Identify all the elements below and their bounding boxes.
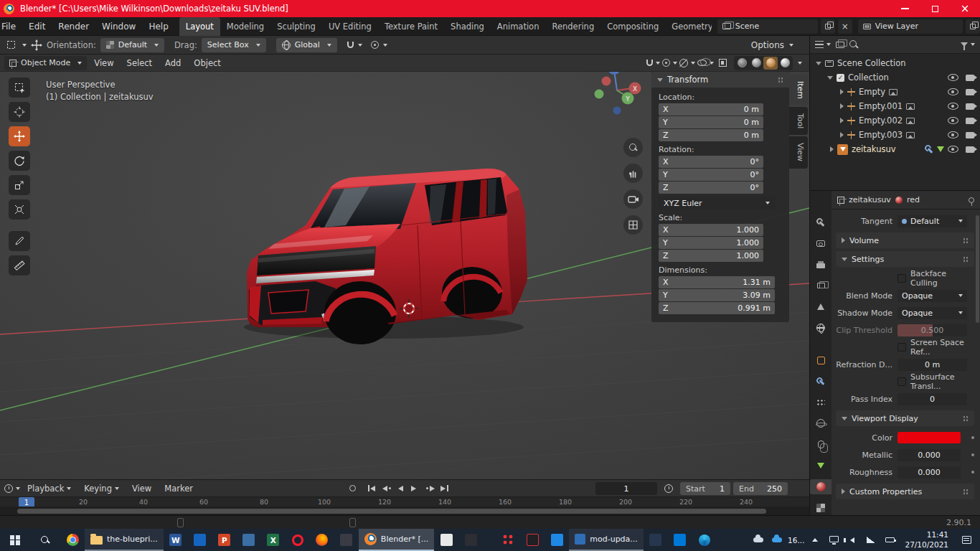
- expand-icon[interactable]: [840, 132, 844, 138]
- tab-modeling[interactable]: Modeling: [220, 17, 270, 36]
- location-z-field[interactable]: Z0 m: [659, 129, 763, 141]
- settings-section-header[interactable]: Settings: [836, 251, 974, 267]
- maximize-button[interactable]: [920, 0, 950, 17]
- dimensions-z-field[interactable]: Z0.991 m: [659, 302, 775, 314]
- suv-model[interactable]: [244, 169, 527, 344]
- roughness-field[interactable]: 0.000: [897, 466, 961, 479]
- playhead[interactable]: 1: [19, 497, 34, 507]
- properties-scrollbar[interactable]: [976, 215, 979, 323]
- taskbar-app-dark-1[interactable]: [334, 529, 359, 551]
- collection-checkbox[interactable]: ✓: [837, 74, 844, 82]
- shading-rendered-button[interactable]: [778, 57, 792, 70]
- tab-tool[interactable]: [810, 215, 831, 230]
- dimensions-x-field[interactable]: X1.31 m: [659, 276, 775, 288]
- rotate-tool[interactable]: [9, 151, 30, 171]
- taskbar-window-mod-updater[interactable]: mod-upda...: [569, 529, 644, 551]
- taskbar-excel[interactable]: X: [261, 529, 286, 551]
- taskbar-chrome[interactable]: [60, 529, 85, 551]
- outliner-row-collection[interactable]: ✓ Collection: [810, 70, 980, 85]
- tab-object-data[interactable]: [810, 458, 831, 473]
- minimize-button[interactable]: [890, 0, 920, 17]
- close-button[interactable]: ×: [950, 0, 980, 17]
- scale-z-field[interactable]: Z1.000: [659, 250, 763, 262]
- taskbar-app-blue-1[interactable]: [188, 529, 212, 551]
- onedrive-icon[interactable]: [750, 529, 766, 551]
- proportional-header-toggle[interactable]: [662, 59, 677, 67]
- pin-icon[interactable]: [969, 197, 974, 203]
- tab-texture[interactable]: [810, 501, 831, 515]
- tab-render[interactable]: [810, 236, 831, 250]
- taskbar-powerpoint[interactable]: P: [212, 529, 237, 551]
- snap-header-toggle[interactable]: [646, 60, 660, 66]
- onedrive-blue-icon[interactable]: [769, 529, 785, 551]
- tab-output[interactable]: [810, 258, 831, 272]
- camera-view-button[interactable]: [623, 189, 643, 209]
- tab-object[interactable]: [810, 353, 831, 367]
- transform-tool[interactable]: [9, 199, 30, 220]
- timeline-scrollbar[interactable]: [0, 507, 809, 515]
- play-reverse-button[interactable]: [395, 482, 406, 495]
- color-swatch[interactable]: [897, 432, 961, 443]
- camera-icon[interactable]: [966, 103, 974, 110]
- network-icon[interactable]: [863, 529, 879, 551]
- menu-render[interactable]: Render: [52, 17, 95, 36]
- jump-to-end-button[interactable]: [438, 482, 452, 495]
- taskbar-app-dark-3[interactable]: [520, 529, 545, 551]
- shading-material-button[interactable]: [763, 57, 778, 70]
- expand-icon[interactable]: [840, 103, 844, 109]
- orientation-dropdown[interactable]: Default: [100, 38, 164, 52]
- taskbar-notepad[interactable]: [434, 529, 458, 551]
- refraction-field[interactable]: 0 m: [897, 359, 967, 371]
- modifier-icon[interactable]: [925, 145, 933, 154]
- expand-icon[interactable]: [827, 76, 833, 80]
- tab-world[interactable]: [810, 321, 831, 335]
- clip-threshold-slider[interactable]: 0.500: [897, 324, 967, 336]
- taskbar-window-blender[interactable]: Blender* [...: [359, 529, 434, 551]
- shadow-mode-dropdown[interactable]: Opaque: [897, 307, 967, 319]
- volume-section-header[interactable]: Volume: [836, 232, 974, 248]
- menu-edit[interactable]: Edit: [22, 17, 52, 36]
- menu-select[interactable]: Select: [121, 55, 158, 72]
- scale-tool[interactable]: [9, 175, 30, 195]
- animate-dot-icon[interactable]: [971, 436, 974, 439]
- move-tool[interactable]: [9, 126, 30, 146]
- expand-icon[interactable]: [830, 146, 834, 152]
- new-view-layer-button[interactable]: [966, 19, 980, 34]
- unlink-scene-button[interactable]: ×: [838, 19, 852, 34]
- tab-view-layer[interactable]: [810, 278, 831, 293]
- n-tab-item[interactable]: Item: [789, 75, 808, 105]
- menu-view[interactable]: View: [88, 55, 119, 72]
- transform-panel-header[interactable]: Transform: [651, 72, 789, 88]
- eye-icon[interactable]: [948, 74, 958, 81]
- scrollbar-thumb[interactable]: [17, 509, 766, 514]
- taskbar-app-blue-3[interactable]: [545, 529, 569, 551]
- jump-to-start-button[interactable]: [364, 482, 378, 495]
- expand-icon[interactable]: [840, 89, 844, 95]
- taskbar-word[interactable]: W: [164, 529, 188, 551]
- tab-sculpting[interactable]: Sculpting: [270, 17, 322, 36]
- tab-modifiers[interactable]: [810, 374, 831, 388]
- menu-marker[interactable]: Marker: [159, 484, 199, 494]
- rotation-mode-dropdown[interactable]: XYZ Euler: [659, 197, 775, 209]
- rotation-y-field[interactable]: Y0°: [659, 169, 763, 181]
- expand-icon[interactable]: [816, 62, 821, 65]
- display-tray-icon[interactable]: [826, 529, 842, 551]
- viewport-3d[interactable]: Z X Y Object Mode View Select Add Object: [0, 55, 809, 479]
- blend-mode-dropdown[interactable]: Opaque: [897, 290, 967, 302]
- rotation-z-field[interactable]: Z0°: [659, 182, 763, 194]
- cursor-tool[interactable]: [9, 102, 30, 122]
- end-frame-field[interactable]: End250: [733, 482, 788, 495]
- tray-text[interactable]: 16...: [788, 536, 804, 545]
- backface-culling-checkbox[interactable]: [897, 274, 906, 283]
- scale-y-field[interactable]: Y1.000: [659, 237, 763, 249]
- menu-view-timeline[interactable]: View: [126, 484, 157, 494]
- outliner-row-empty-001[interactable]: Empty.001: [810, 99, 980, 113]
- camera-icon[interactable]: [966, 132, 974, 138]
- tab-geometry-nodes[interactable]: Geometry Nodes: [665, 17, 711, 36]
- viewport-display-section-header[interactable]: Viewport Display: [836, 410, 974, 426]
- expand-icon[interactable]: [840, 118, 844, 123]
- xray-toggle[interactable]: [716, 57, 729, 70]
- scale-x-field[interactable]: X1.000: [659, 224, 763, 236]
- filter-dropdown[interactable]: [961, 42, 975, 47]
- scene-selector[interactable]: Scene: [717, 19, 818, 34]
